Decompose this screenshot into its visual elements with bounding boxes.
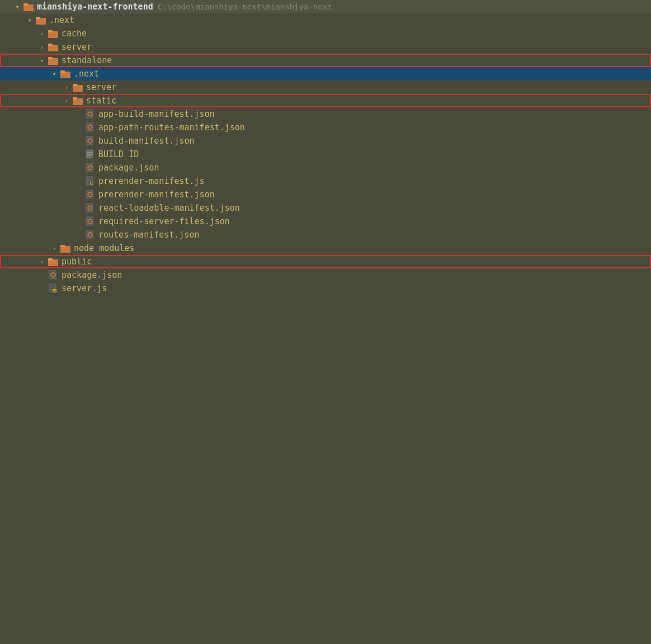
no-chevron [74, 122, 84, 132]
node-modules-chevron[interactable]: › [49, 243, 59, 253]
cache-folder-icon [47, 29, 59, 39]
server-folder-2-item[interactable]: › server [0, 80, 651, 94]
no-chevron [74, 230, 84, 240]
server-1-folder-label: server [62, 42, 92, 52]
standalone-folder-item[interactable]: ▾ standalone [0, 54, 651, 67]
prerender-manifest-json-label: prerender-manifest.json [98, 190, 215, 200]
cache-folder-label: cache [62, 29, 87, 39]
public-folder-label: public [62, 257, 92, 267]
no-chevron [74, 163, 84, 173]
server-1-chevron[interactable]: › [37, 42, 47, 52]
build-manifest-label: build-manifest.json [98, 136, 195, 146]
server-2-folder-icon [72, 82, 84, 92]
no-chevron [74, 190, 84, 200]
package-json-1-item[interactable]: package.json [0, 161, 651, 174]
next-chevron[interactable]: ▾ [25, 15, 35, 25]
public-folder-icon [47, 257, 59, 267]
json-icon-7 [84, 216, 96, 226]
no-chevron [37, 270, 47, 280]
prerender-manifest-js-item[interactable]: 101 0 JS prerender-manifest.js [0, 174, 651, 188]
static-chevron[interactable]: › [62, 96, 72, 106]
json-icon-9 [47, 270, 59, 280]
package-json-1-label: package.json [98, 163, 159, 173]
node-modules-folder-item[interactable]: › node_modules [0, 242, 651, 255]
node-modules-folder-label: node_modules [74, 243, 134, 253]
no-chevron [74, 149, 84, 159]
server-js-item[interactable]: JS server.js [0, 282, 651, 295]
svg-rect-76 [48, 258, 53, 261]
svg-text:JS: JS [91, 182, 93, 184]
required-server-files-label: required-server-files.json [98, 216, 230, 226]
no-chevron [74, 136, 84, 146]
js-file-icon: 101 0 JS [84, 176, 96, 186]
no-chevron [74, 109, 84, 119]
next-folder-label: .next [49, 15, 74, 25]
js-file-icon-2: JS [47, 283, 59, 293]
public-chevron[interactable]: › [37, 257, 47, 267]
svg-rect-3 [36, 17, 40, 19]
no-chevron [74, 216, 84, 226]
svg-text:JS: JS [53, 290, 56, 292]
next-folder-2-item[interactable]: ▾ .next [0, 67, 651, 80]
svg-rect-5 [48, 30, 53, 32]
server-folder-1-item[interactable]: › server [0, 40, 651, 54]
static-folder-label: static [86, 96, 116, 106]
static-folder-item[interactable]: › static [0, 94, 651, 107]
routes-manifest-label: routes-manifest.json [98, 230, 200, 240]
node-modules-folder-icon [59, 243, 72, 253]
svg-rect-15 [73, 97, 77, 100]
package-json-2-label: package.json [62, 270, 122, 280]
svg-rect-74 [60, 245, 65, 247]
json-icon-3 [84, 136, 96, 146]
cache-folder-item[interactable]: › cache [0, 27, 651, 40]
static-folder-icon [72, 96, 84, 106]
json-icon-8 [84, 230, 96, 240]
prerender-manifest-json-item[interactable]: prerender-manifest.json [0, 188, 651, 201]
root-path: C:\code\mianshiya-next\mianshiya-next [158, 2, 332, 11]
routes-manifest-item[interactable]: routes-manifest.json [0, 228, 651, 242]
react-loadable-manifest-item[interactable]: react-loadable-manifest.json [0, 201, 651, 215]
build-manifest-item[interactable]: build-manifest.json [0, 134, 651, 148]
next-folder-item[interactable]: ▾ .next [0, 13, 651, 27]
app-build-manifest-item[interactable]: app-build-manifest.json [0, 107, 651, 121]
next-2-folder-label: .next [74, 69, 99, 79]
json-icon-2 [84, 122, 96, 132]
json-icon-5 [84, 190, 96, 200]
build-id-item[interactable]: BUILD_ID [0, 148, 651, 161]
build-id-label: BUILD_ID [98, 149, 139, 159]
root-name: mianshiya-next-frontend [37, 2, 153, 12]
next-2-chevron[interactable]: ▾ [49, 69, 59, 79]
svg-rect-9 [48, 57, 53, 59]
package-json-2-item[interactable]: package.json [0, 268, 651, 282]
standalone-folder-label: standalone [62, 55, 112, 65]
json-icon-6 [84, 203, 96, 213]
next-2-folder-icon [59, 69, 72, 79]
required-server-files-item[interactable]: required-server-files.json [0, 215, 651, 228]
server-2-chevron[interactable]: › [62, 82, 72, 92]
svg-rect-13 [73, 84, 77, 86]
svg-rect-7 [48, 44, 53, 46]
root-item[interactable]: ▾ mianshiya-next-frontend C:\code\miansh… [0, 0, 651, 13]
server-js-label: server.js [62, 283, 107, 293]
react-loadable-manifest-label: react-loadable-manifest.json [98, 203, 240, 213]
server-2-folder-label: server [86, 82, 116, 92]
standalone-chevron[interactable]: ▾ [37, 55, 47, 65]
json-icon [84, 109, 96, 119]
server-1-folder-icon [47, 42, 59, 52]
cache-chevron[interactable]: › [37, 29, 47, 39]
next-folder-icon [35, 15, 47, 25]
no-chevron [74, 203, 84, 213]
file-explorer: ▾ mianshiya-next-frontend C:\code\miansh… [0, 0, 651, 295]
root-folder-icon [22, 2, 35, 12]
no-chevron [37, 283, 47, 293]
no-chevron [74, 176, 84, 186]
root-chevron[interactable]: ▾ [12, 2, 22, 12]
app-path-routes-manifest-item[interactable]: app-path-routes-manifest.json [0, 121, 651, 134]
standalone-folder-icon [47, 55, 59, 65]
prerender-manifest-js-label: prerender-manifest.js [98, 176, 205, 186]
app-path-routes-manifest-label: app-path-routes-manifest.json [98, 122, 245, 132]
public-folder-item[interactable]: › public [0, 255, 651, 268]
json-icon-4 [84, 163, 96, 173]
app-build-manifest-label: app-build-manifest.json [98, 109, 215, 119]
text-file-icon [84, 149, 96, 159]
